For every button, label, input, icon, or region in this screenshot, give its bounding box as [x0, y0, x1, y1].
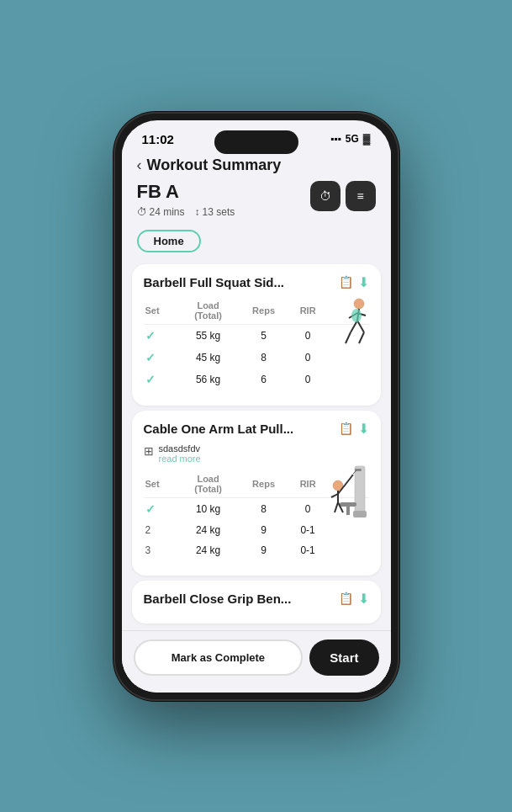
- rir-cell: 0-1: [289, 520, 327, 540]
- table-row: ✓ 56 kg 6 0: [144, 369, 369, 390]
- reps-cell: 9: [238, 540, 288, 560]
- rir-cell: 0: [289, 347, 327, 369]
- svg-line-5: [359, 332, 364, 343]
- exercise-2-name: Cable One Arm Lat Pull...: [144, 422, 332, 436]
- set-number: 2: [145, 524, 151, 536]
- page-title: Workout Summary: [147, 157, 282, 174]
- rir-cell: 0: [289, 369, 327, 390]
- check-icon: ✓: [145, 373, 156, 386]
- read-more-link[interactable]: read more: [159, 454, 201, 464]
- svg-line-18: [335, 502, 338, 512]
- col-rir: RIR: [289, 297, 327, 325]
- squat-figure: [327, 297, 369, 352]
- sets-value: 13 sets: [203, 206, 235, 218]
- header: ‹ Workout Summary FB A ⏱ 24 mins ↕: [122, 150, 391, 223]
- app-content[interactable]: ‹ Workout Summary FB A ⏱ 24 mins ↕: [122, 150, 391, 685]
- exercise-2-icons: 📋 ⬇: [339, 421, 369, 437]
- exercise-section-2: Cable One Arm Lat Pull... 📋 ⬇ ⊞ sdasdsfd…: [132, 411, 381, 576]
- exercise-1-header: Barbell Full Squat Sid... 📋 ⬇: [144, 274, 369, 290]
- load-cell: 24 kg: [178, 540, 239, 560]
- workout-meta: ⏱ 24 mins ↕ 13 sets: [137, 206, 235, 218]
- filter-button[interactable]: ≡: [346, 181, 376, 211]
- timer-button[interactable]: ⏱: [310, 181, 340, 211]
- check-icon: ✓: [145, 502, 156, 516]
- duration-value: 24 mins: [150, 206, 185, 218]
- note-content: sdasdsfdv read more: [159, 443, 201, 464]
- set-number: 3: [145, 544, 151, 556]
- reps-cell: 9: [238, 520, 288, 540]
- info-icon-3[interactable]: 📋: [339, 592, 353, 605]
- info-icon-2[interactable]: 📋: [339, 422, 353, 435]
- sliders-icon: ≡: [356, 189, 363, 203]
- cable-figure: [323, 462, 369, 521]
- info-icon-1[interactable]: 📋: [339, 275, 353, 289]
- signal-bars-icon: ▪▪▪: [330, 133, 341, 145]
- home-category-button[interactable]: Home: [137, 230, 201, 252]
- back-title-row: ‹ Workout Summary: [137, 157, 376, 174]
- header-buttons: ⏱ ≡: [310, 181, 376, 211]
- timer-icon: ⏱: [319, 189, 331, 203]
- status-time: 11:02: [142, 132, 174, 146]
- reps-cell: 8: [238, 347, 288, 369]
- sets-icon: ↕: [195, 206, 200, 218]
- status-icons: ▪▪▪ 5G ▓: [330, 133, 371, 145]
- reps-cell: 6: [238, 369, 288, 390]
- svg-rect-13: [346, 507, 350, 515]
- rir-cell: 0: [289, 324, 327, 347]
- svg-line-2: [351, 321, 357, 332]
- exercise-2-note: ⊞ sdasdsfdv read more: [144, 443, 369, 464]
- col-load: Load(Total): [178, 297, 239, 325]
- download-icon-1[interactable]: ⬇: [358, 274, 369, 290]
- battery-icon: ▓: [363, 133, 371, 145]
- category-section: Home: [122, 223, 391, 259]
- svg-point-0: [354, 299, 364, 309]
- exercise-3-header: Barbell Close Grip Ben... 📋 ⬇: [144, 591, 369, 607]
- col-reps: Reps: [238, 470, 288, 498]
- svg-line-16: [331, 494, 338, 497]
- col-rir: RIR: [289, 470, 327, 498]
- load-cell: 45 kg: [178, 347, 239, 369]
- exercise-1-name: Barbell Full Squat Sid...: [144, 275, 332, 289]
- back-button[interactable]: ‹: [137, 157, 142, 174]
- check-icon: ✓: [145, 351, 156, 364]
- col-set: Set: [144, 470, 178, 498]
- clock-icon: ⏱: [137, 206, 147, 218]
- sets-meta: ↕ 13 sets: [195, 206, 235, 218]
- workout-header: FB A ⏱ 24 mins ↕ 13 sets: [137, 181, 376, 218]
- load-cell: 24 kg: [178, 520, 239, 540]
- table-row: 3 24 kg 9 0-1: [144, 540, 369, 560]
- col-load: Load(Total): [178, 470, 239, 498]
- svg-rect-12: [340, 502, 356, 507]
- col-set: Set: [144, 297, 178, 325]
- svg-point-8: [351, 309, 362, 322]
- load-cell: 56 kg: [178, 369, 239, 390]
- svg-rect-10: [353, 511, 367, 517]
- exercise-section-3: Barbell Close Grip Ben... 📋 ⬇: [132, 581, 381, 624]
- rir-cell: 0: [289, 497, 327, 520]
- download-icon-3[interactable]: ⬇: [358, 591, 369, 607]
- exercise-1-table-wrap: Set Load(Total) Reps RIR ✓ 55 kg: [144, 297, 369, 390]
- start-button[interactable]: Start: [309, 640, 378, 676]
- col-reps: Reps: [238, 297, 288, 325]
- bottom-bar: Mark as Complete Start: [122, 630, 391, 693]
- network-type: 5G: [346, 133, 359, 145]
- dynamic-island: [214, 130, 298, 154]
- exercise-1-icons: 📋 ⬇: [339, 274, 369, 290]
- rir-cell: 0-1: [289, 540, 327, 560]
- note-icon: ⊞: [144, 444, 154, 458]
- mark-complete-button[interactable]: Mark as Complete: [134, 640, 304, 676]
- exercise-2-table-wrap: Set Load(Total) Reps RIR ✓ 10 kg: [144, 470, 369, 560]
- check-icon: ✓: [145, 329, 156, 342]
- load-cell: 10 kg: [178, 497, 239, 520]
- reps-cell: 5: [238, 324, 288, 347]
- workout-name: FB A: [137, 181, 235, 203]
- exercise-2-header: Cable One Arm Lat Pull... 📋 ⬇: [144, 421, 369, 437]
- duration-meta: ⏱ 24 mins: [137, 206, 185, 218]
- download-icon-2[interactable]: ⬇: [358, 421, 369, 437]
- note-text: sdasdsfdv: [159, 443, 201, 454]
- svg-line-3: [346, 332, 351, 343]
- load-cell: 55 kg: [178, 324, 239, 347]
- exercise-3-name: Barbell Close Grip Ben...: [144, 592, 332, 606]
- table-row: 2 24 kg 9 0-1: [144, 520, 369, 540]
- exercise-section-1: Barbell Full Squat Sid... 📋 ⬇: [132, 264, 381, 406]
